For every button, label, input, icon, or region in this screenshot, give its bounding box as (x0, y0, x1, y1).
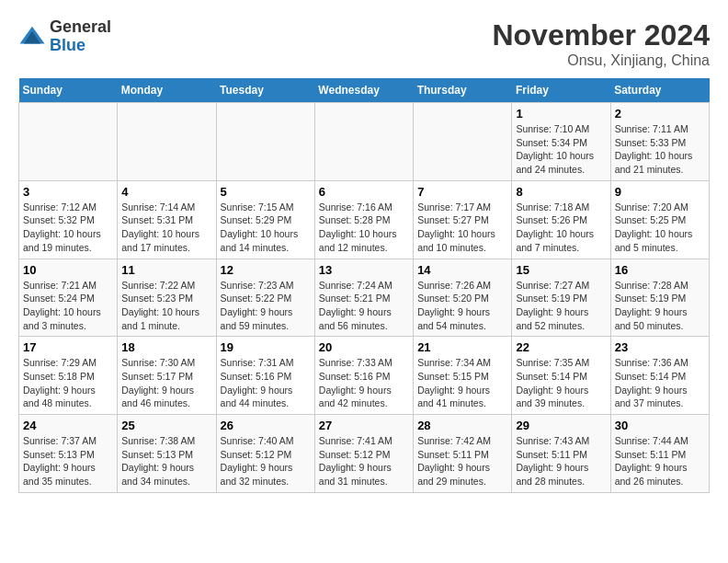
day-info: Sunrise: 7:12 AM Sunset: 5:32 PM Dayligh… (23, 201, 113, 255)
day-number: 1 (516, 107, 606, 121)
logo-icon (18, 23, 46, 51)
calendar-cell: 14Sunrise: 7:26 AM Sunset: 5:20 PM Dayli… (414, 259, 512, 337)
location: Onsu, Xinjiang, China (492, 52, 710, 69)
calendar-cell (19, 103, 118, 181)
day-number: 15 (516, 263, 606, 277)
day-info: Sunrise: 7:41 AM Sunset: 5:12 PM Dayligh… (319, 434, 409, 488)
calendar-cell: 23Sunrise: 7:36 AM Sunset: 5:14 PM Dayli… (610, 337, 709, 415)
day-number: 28 (417, 419, 507, 432)
calendar-cell: 3Sunrise: 7:12 AM Sunset: 5:32 PM Daylig… (19, 180, 118, 259)
calendar-cell: 9Sunrise: 7:20 AM Sunset: 5:25 PM Daylig… (610, 180, 709, 259)
weekday-header-row: SundayMondayTuesdayWednesdayThursdayFrid… (19, 78, 710, 103)
day-number: 22 (516, 340, 606, 354)
day-info: Sunrise: 7:15 AM Sunset: 5:29 PM Dayligh… (221, 201, 311, 255)
calendar-cell: 29Sunrise: 7:43 AM Sunset: 5:11 PM Dayli… (512, 415, 610, 493)
day-info: Sunrise: 7:10 AM Sunset: 5:34 PM Dayligh… (516, 122, 606, 177)
calendar-cell: 17Sunrise: 7:29 AM Sunset: 5:18 PM Dayli… (19, 337, 118, 415)
day-info: Sunrise: 7:38 AM Sunset: 5:13 PM Dayligh… (121, 434, 211, 488)
day-number: 5 (221, 185, 311, 199)
day-info: Sunrise: 7:17 AM Sunset: 5:27 PM Dayligh… (417, 201, 507, 255)
weekday-header-thursday: Thursday (414, 78, 512, 103)
page-header: General Blue November 2024 Onsu, Xinjian… (18, 18, 710, 69)
calendar-cell: 1Sunrise: 7:10 AM Sunset: 5:34 PM Daylig… (512, 103, 610, 181)
calendar-cell: 18Sunrise: 7:30 AM Sunset: 5:17 PM Dayli… (118, 337, 216, 415)
calendar-cell: 10Sunrise: 7:21 AM Sunset: 5:24 PM Dayli… (19, 259, 118, 337)
calendar-cell: 24Sunrise: 7:37 AM Sunset: 5:13 PM Dayli… (19, 415, 118, 493)
calendar-cell: 5Sunrise: 7:15 AM Sunset: 5:29 PM Daylig… (216, 180, 314, 259)
weekday-header-sunday: Sunday (19, 78, 118, 103)
day-info: Sunrise: 7:23 AM Sunset: 5:22 PM Dayligh… (221, 279, 311, 333)
day-number: 9 (615, 185, 705, 199)
logo-general: General (50, 17, 111, 36)
weekday-header-saturday: Saturday (610, 78, 709, 103)
logo: General Blue (18, 18, 111, 55)
day-info: Sunrise: 7:16 AM Sunset: 5:28 PM Dayligh… (319, 201, 409, 255)
day-number: 12 (221, 263, 311, 277)
day-number: 13 (319, 263, 409, 277)
day-info: Sunrise: 7:34 AM Sunset: 5:15 PM Dayligh… (417, 356, 507, 410)
day-number: 30 (615, 419, 705, 432)
day-info: Sunrise: 7:31 AM Sunset: 5:16 PM Dayligh… (221, 356, 311, 410)
weekday-header-tuesday: Tuesday (216, 78, 314, 103)
calendar-cell: 13Sunrise: 7:24 AM Sunset: 5:21 PM Dayli… (314, 259, 413, 337)
day-info: Sunrise: 7:14 AM Sunset: 5:31 PM Dayligh… (121, 201, 211, 255)
day-number: 26 (221, 419, 311, 432)
day-info: Sunrise: 7:28 AM Sunset: 5:19 PM Dayligh… (615, 279, 705, 333)
calendar-cell: 2Sunrise: 7:11 AM Sunset: 5:33 PM Daylig… (610, 103, 709, 181)
day-number: 18 (121, 340, 211, 354)
calendar-cell: 28Sunrise: 7:42 AM Sunset: 5:11 PM Dayli… (414, 415, 512, 493)
weekday-header-wednesday: Wednesday (314, 78, 413, 103)
day-number: 10 (23, 263, 113, 277)
day-number: 29 (516, 419, 606, 432)
calendar-cell: 19Sunrise: 7:31 AM Sunset: 5:16 PM Dayli… (216, 337, 314, 415)
calendar-table: SundayMondayTuesdayWednesdayThursdayFrid… (18, 78, 710, 493)
title-block: November 2024 Onsu, Xinjiang, China (492, 18, 710, 69)
calendar-cell: 16Sunrise: 7:28 AM Sunset: 5:19 PM Dayli… (610, 259, 709, 337)
week-row-0: 1Sunrise: 7:10 AM Sunset: 5:34 PM Daylig… (19, 103, 710, 181)
day-number: 6 (319, 185, 409, 199)
day-info: Sunrise: 7:29 AM Sunset: 5:18 PM Dayligh… (23, 356, 113, 410)
calendar-cell: 7Sunrise: 7:17 AM Sunset: 5:27 PM Daylig… (414, 180, 512, 259)
day-info: Sunrise: 7:18 AM Sunset: 5:26 PM Dayligh… (516, 201, 606, 255)
day-info: Sunrise: 7:20 AM Sunset: 5:25 PM Dayligh… (615, 201, 705, 255)
day-number: 17 (23, 340, 113, 354)
day-info: Sunrise: 7:42 AM Sunset: 5:11 PM Dayligh… (417, 434, 507, 488)
day-info: Sunrise: 7:44 AM Sunset: 5:11 PM Dayligh… (615, 434, 705, 488)
logo-text: General Blue (50, 18, 111, 55)
day-info: Sunrise: 7:11 AM Sunset: 5:33 PM Dayligh… (615, 122, 705, 177)
day-number: 24 (23, 419, 113, 432)
calendar-cell: 26Sunrise: 7:40 AM Sunset: 5:12 PM Dayli… (216, 415, 314, 493)
calendar-cell (216, 103, 314, 181)
day-info: Sunrise: 7:40 AM Sunset: 5:12 PM Dayligh… (221, 434, 311, 488)
day-number: 14 (417, 263, 507, 277)
day-number: 4 (121, 185, 211, 199)
day-number: 11 (121, 263, 211, 277)
day-info: Sunrise: 7:21 AM Sunset: 5:24 PM Dayligh… (23, 279, 113, 333)
day-number: 19 (221, 340, 311, 354)
week-row-4: 24Sunrise: 7:37 AM Sunset: 5:13 PM Dayli… (19, 415, 710, 493)
day-number: 7 (417, 185, 507, 199)
week-row-3: 17Sunrise: 7:29 AM Sunset: 5:18 PM Dayli… (19, 337, 710, 415)
calendar-cell: 20Sunrise: 7:33 AM Sunset: 5:16 PM Dayli… (314, 337, 413, 415)
calendar-cell (414, 103, 512, 181)
day-number: 20 (319, 340, 409, 354)
day-number: 21 (417, 340, 507, 354)
calendar-cell: 25Sunrise: 7:38 AM Sunset: 5:13 PM Dayli… (118, 415, 216, 493)
day-number: 27 (319, 419, 409, 432)
calendar-cell: 27Sunrise: 7:41 AM Sunset: 5:12 PM Dayli… (314, 415, 413, 493)
day-info: Sunrise: 7:37 AM Sunset: 5:13 PM Dayligh… (23, 434, 113, 488)
day-info: Sunrise: 7:33 AM Sunset: 5:16 PM Dayligh… (319, 356, 409, 410)
day-info: Sunrise: 7:26 AM Sunset: 5:20 PM Dayligh… (417, 279, 507, 333)
day-info: Sunrise: 7:43 AM Sunset: 5:11 PM Dayligh… (516, 434, 606, 488)
calendar-cell: 12Sunrise: 7:23 AM Sunset: 5:22 PM Dayli… (216, 259, 314, 337)
calendar-cell: 6Sunrise: 7:16 AM Sunset: 5:28 PM Daylig… (314, 180, 413, 259)
day-info: Sunrise: 7:22 AM Sunset: 5:23 PM Dayligh… (121, 279, 211, 333)
weekday-header-friday: Friday (512, 78, 610, 103)
day-info: Sunrise: 7:36 AM Sunset: 5:14 PM Dayligh… (615, 356, 705, 410)
day-info: Sunrise: 7:24 AM Sunset: 5:21 PM Dayligh… (319, 279, 409, 333)
calendar-cell: 8Sunrise: 7:18 AM Sunset: 5:26 PM Daylig… (512, 180, 610, 259)
day-number: 2 (615, 107, 705, 121)
calendar-cell: 21Sunrise: 7:34 AM Sunset: 5:15 PM Dayli… (414, 337, 512, 415)
day-info: Sunrise: 7:30 AM Sunset: 5:17 PM Dayligh… (121, 356, 211, 410)
week-row-1: 3Sunrise: 7:12 AM Sunset: 5:32 PM Daylig… (19, 180, 710, 259)
